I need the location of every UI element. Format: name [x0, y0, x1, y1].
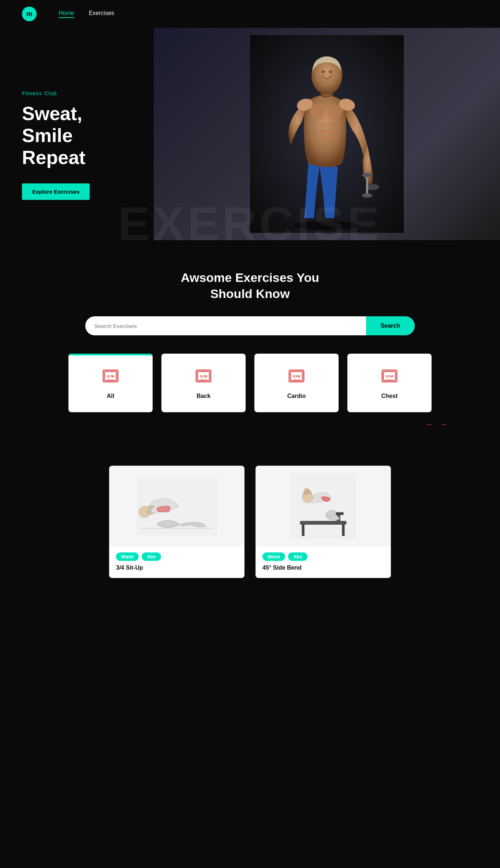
tag-abs-situp: Abs	[142, 552, 161, 561]
exercise-cards-grid: Waist Abs 3/4 Sit-Up	[85, 466, 415, 578]
sidebend-illustration	[287, 473, 360, 539]
exercise-image-sidebend	[256, 466, 391, 547]
svg-point-13	[321, 70, 325, 73]
gym-icon-cardio: GYM 2112	[286, 366, 307, 387]
exercise-image-situp	[109, 466, 244, 547]
hero-section: Fitness Club Sweat, SmileRepeat Explore …	[0, 28, 500, 240]
next-arrow[interactable]: →	[440, 420, 448, 429]
category-cardio-label: Cardio	[287, 393, 306, 399]
nav-home[interactable]: Home	[59, 10, 74, 18]
nav-exercises[interactable]: Exercises	[89, 10, 114, 18]
hero-background	[154, 28, 500, 240]
category-all[interactable]: GYM 2112 All	[68, 354, 153, 412]
exercise-tags-sidebend: Waist Abs	[262, 552, 384, 561]
search-bar: Search	[85, 316, 415, 335]
prev-arrow[interactable]: ←	[426, 420, 434, 429]
hero-image	[154, 28, 500, 240]
svg-text:2112: 2112	[387, 379, 392, 381]
exercise-card-body-situp: Waist Abs 3/4 Sit-Up	[109, 547, 244, 578]
tag-waist-sidebend: Waist	[262, 552, 285, 561]
svg-text:2112: 2112	[201, 379, 206, 381]
exercise-card-situp[interactable]: Waist Abs 3/4 Sit-Up	[109, 466, 245, 578]
gym-icon-chest: GYM 2112	[379, 366, 400, 387]
svg-point-11	[362, 193, 372, 198]
exercise-card-body-sidebend: Waist Abs 45° Side Bend	[256, 547, 391, 578]
nav-arrows: ← →	[49, 420, 451, 429]
hero-subtitle: Fitness Club	[22, 90, 132, 96]
category-chest-label: Chest	[381, 393, 398, 399]
nav-links: Home Exercises	[59, 10, 114, 18]
exercise-tags-situp: Waist Abs	[116, 552, 238, 561]
brand-logo[interactable]: m	[22, 7, 37, 21]
category-chest[interactable]: GYM 2112 Chest	[347, 354, 432, 412]
hero-title: Sweat, SmileRepeat	[22, 103, 132, 168]
svg-rect-4	[320, 129, 327, 134]
navbar: m Home Exercises	[0, 0, 500, 28]
svg-point-14	[329, 70, 332, 73]
exercise-card-sidebend[interactable]: Waist Abs 45° Side Bend	[255, 466, 391, 578]
svg-rect-6	[320, 135, 327, 141]
search-input[interactable]	[85, 316, 366, 335]
svg-rect-3	[328, 122, 335, 127]
category-back[interactable]: GYM 2112 Back	[161, 354, 246, 412]
search-button[interactable]: Search	[366, 316, 415, 335]
svg-rect-5	[328, 129, 335, 134]
svg-rect-42	[342, 525, 344, 536]
svg-rect-9	[366, 174, 368, 196]
svg-rect-2	[320, 122, 327, 127]
svg-text:GYM: GYM	[107, 375, 115, 378]
tag-waist-situp: Waist	[116, 552, 139, 561]
svg-rect-7	[328, 135, 335, 141]
exercise-name-sidebend: 45° Side Bend	[262, 565, 384, 571]
explore-exercises-button[interactable]: Explore Exercises	[22, 183, 90, 200]
svg-text:2112: 2112	[108, 379, 113, 381]
section-title: Awsome Exercises You Should Know	[22, 269, 478, 302]
svg-rect-39	[290, 473, 356, 539]
svg-text:GYM: GYM	[293, 375, 301, 378]
exercise-name-situp: 3/4 Sit-Up	[116, 565, 238, 571]
tag-abs-sidebend: Abs	[288, 552, 307, 561]
svg-point-1	[294, 221, 360, 230]
category-all-label: All	[107, 393, 114, 399]
svg-text:2112: 2112	[294, 379, 299, 381]
category-cardio[interactable]: GYM 2112 Cardio	[254, 354, 339, 412]
hero-left: Fitness Club Sweat, SmileRepeat Explore …	[0, 28, 154, 240]
gym-icon-all: GYM 2112	[100, 366, 121, 387]
situp-illustration	[137, 477, 217, 536]
svg-text:GYM: GYM	[386, 375, 393, 378]
category-back-label: Back	[197, 393, 210, 399]
svg-rect-41	[302, 525, 305, 536]
svg-text:GYM: GYM	[200, 375, 208, 378]
categories-row: GYM 2112 All GYM 2112 Back GYM 2112 Card…	[49, 354, 451, 412]
gym-icon-back: GYM 2112	[193, 366, 214, 387]
athlete-illustration	[250, 35, 404, 233]
exercises-section: Awsome Exercises You Should Know Search …	[0, 240, 500, 444]
svg-point-10	[362, 173, 372, 177]
